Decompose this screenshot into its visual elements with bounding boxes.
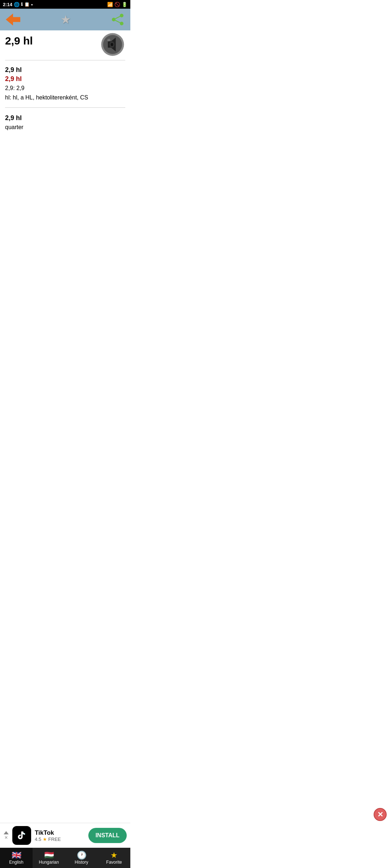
svg-point-9: [111, 43, 113, 46]
clipboard-icon: 📋: [24, 2, 30, 7]
translation-sub: quarter: [5, 123, 125, 132]
share-button[interactable]: [111, 13, 125, 26]
svg-line-5: [114, 20, 122, 24]
entry-red-text: 2,9 hl: [5, 75, 125, 84]
globe-icon: 🌐: [14, 2, 20, 7]
info-icon: ℹ: [21, 2, 23, 7]
status-right: 📶 🚫 🔋: [107, 2, 127, 7]
time-display: 2:14: [3, 2, 12, 7]
main-word-title: 2,9 hl: [5, 35, 33, 47]
back-button[interactable]: [6, 13, 20, 26]
entry-numbers: 2,9: 2,9: [5, 84, 125, 93]
dot-icon: •: [31, 2, 33, 7]
battery-icon: 🔋: [122, 2, 127, 7]
svg-line-4: [114, 16, 122, 20]
translation-title: 2,9 hl: [5, 114, 125, 123]
main-content: 2,9 hl 2,9 hl 2,9 hl 2,9: 2,9 hl: hl, a …: [0, 30, 130, 134]
entry-block: 2,9 hl 2,9 hl 2,9: 2,9 hl: hl, a HL, hek…: [5, 63, 125, 105]
main-title-row: 2,9 hl: [5, 35, 125, 57]
favorite-star-button[interactable]: ★: [60, 14, 71, 25]
speaker-button[interactable]: [100, 32, 125, 57]
entry-hl-def: hl: hl, a HL, hektoliterenként, CS: [5, 93, 125, 102]
entry-bold-text: 2,9 hl: [5, 65, 125, 75]
toolbar: ★: [0, 9, 130, 30]
wifi-icon: 📶: [107, 2, 113, 7]
translation-block: 2,9 hl quarter: [5, 111, 125, 134]
divider-2: [5, 107, 125, 108]
status-left: 2:14 🌐 ℹ 📋 •: [3, 2, 33, 7]
svg-marker-0: [6, 13, 20, 25]
no-symbol-icon: 🚫: [114, 2, 120, 7]
status-bar: 2:14 🌐 ℹ 📋 • 📶 🚫 🔋: [0, 0, 130, 9]
divider-1: [5, 60, 125, 60]
